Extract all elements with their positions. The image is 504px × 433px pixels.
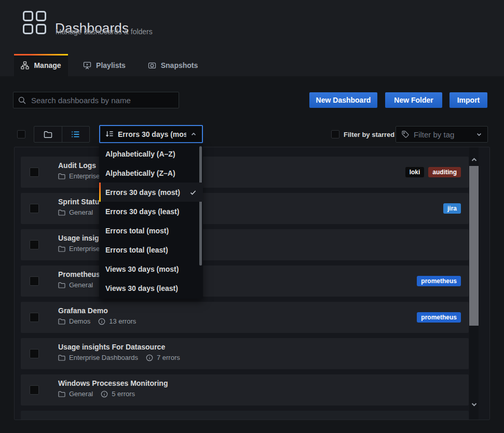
row-checkbox[interactable]	[30, 276, 39, 286]
row-checkbox[interactable]	[30, 385, 39, 395]
sort-option-label: Alphabetically (Z–A)	[105, 169, 175, 177]
search-input[interactable]	[30, 95, 174, 105]
folder-icon	[58, 318, 65, 325]
dashboard-meta: Demos 13 errors	[58, 317, 136, 325]
tag-icon	[401, 130, 410, 138]
apps-grid-square	[23, 24, 33, 34]
import-button[interactable]: Import	[449, 92, 487, 108]
info-circle-icon	[98, 318, 105, 325]
apps-grid-square	[36, 24, 46, 34]
row-checkbox[interactable]	[30, 349, 39, 358]
dashboard-row[interactable]: Grafana Demo Demos 13 errors prometheus	[21, 302, 469, 333]
page-subtitle: Manage dashboards & folders	[56, 27, 153, 36]
dashboard-row[interactable]: Usage insights For Datasource Enterprise…	[21, 338, 469, 369]
sort-option[interactable]: Errors 30 days (most)	[99, 183, 203, 202]
page-header: Dashboards Manage dashboards & folders M…	[0, 0, 504, 76]
apps-grid-square	[23, 11, 33, 21]
sort-option-label: Alphabetically (A–Z)	[105, 150, 175, 158]
error-count: 7 errors	[157, 354, 180, 361]
sort-option[interactable]: Views 30 days (least)	[99, 278, 203, 298]
sort-picker-value: Errors 30 days (most)	[118, 130, 186, 138]
new-folder-button[interactable]: New Folder	[385, 92, 442, 108]
select-all-checkbox[interactable]	[17, 130, 25, 138]
dashboard-title[interactable]: Audit Logs	[58, 161, 96, 170]
row-checkbox[interactable]	[30, 204, 39, 213]
dashboard-row[interactable]: Audit Logs Enterprise Dashboards lokiaud…	[21, 157, 469, 188]
dashboard-tag[interactable]: prometheus	[417, 276, 461, 286]
sitemap-icon	[21, 61, 29, 69]
sort-option-label: Errors 30 days (least)	[105, 207, 179, 216]
sort-amount-down-icon	[105, 131, 114, 137]
folder-icon	[58, 391, 65, 397]
sort-option-label: Views 30 days (least)	[105, 284, 178, 292]
dashboard-tag[interactable]: prometheus	[417, 312, 461, 323]
search-icon	[18, 96, 26, 104]
dashboard-tags: prometheus	[417, 266, 461, 297]
sort-menu: Alphabetically (A–Z) Alphabetically (Z–A…	[99, 143, 203, 299]
camera-icon	[148, 61, 156, 69]
tab-snapshots[interactable]: Snapshots	[141, 54, 205, 76]
view-toggle	[34, 126, 90, 143]
sort-option[interactable]: Alphabetically (A–Z)	[99, 144, 203, 163]
dashboard-tag[interactable]: loki	[405, 167, 425, 177]
tab-snapshots-label: Snapshots	[161, 61, 198, 69]
folder-name: Demos	[69, 317, 90, 325]
dashboard-tag[interactable]: jira	[443, 203, 461, 214]
sort-option[interactable]: Errors total (most)	[99, 221, 203, 240]
scrollbar-up-arrow[interactable]	[471, 157, 478, 163]
partial-row	[21, 411, 469, 420]
folder-view-button[interactable]	[34, 127, 62, 142]
folder-name: General	[69, 281, 93, 289]
dashboard-tag[interactable]: auditing	[428, 167, 461, 177]
presentation-play-icon	[83, 61, 91, 69]
tag-filter-select[interactable]: Filter by tag	[396, 126, 488, 143]
new-dashboard-button[interactable]: New Dashboard	[309, 92, 377, 108]
info-circle-icon	[101, 390, 108, 398]
folder-icon	[58, 246, 65, 252]
tab-playlists[interactable]: Playlists	[75, 54, 133, 76]
dashboard-row[interactable]: Windows Processes Monitoring General 5 e…	[21, 374, 469, 406]
sort-option-label: Errors total (most)	[105, 227, 169, 235]
list-icon	[71, 131, 80, 138]
row-checkbox[interactable]	[30, 240, 39, 249]
folder-name: General	[69, 390, 93, 398]
sort-option[interactable]: Views 30 days (most)	[99, 259, 203, 278]
scrollbar-thumb[interactable]	[469, 166, 479, 326]
dashboard-row[interactable]: Prometheus General prometheus	[21, 266, 469, 297]
apps-grid-icon	[23, 11, 46, 34]
search-box	[13, 92, 179, 108]
folder-name: General	[69, 208, 93, 216]
dashboard-tags: jira	[443, 193, 461, 224]
sort-option[interactable]: Errors 30 days (least)	[99, 202, 203, 221]
tab-manage[interactable]: Manage	[14, 54, 68, 76]
dashboard-tags: lokiauditing	[405, 157, 461, 188]
tab-manage-label: Manage	[34, 61, 61, 69]
folder-icon	[58, 282, 65, 288]
row-checkbox[interactable]	[30, 313, 39, 322]
row-checkbox[interactable]	[30, 167, 39, 177]
dashboard-title[interactable]: Windows Processes Monitoring	[58, 379, 168, 387]
dashboard-row[interactable]: Usage insights Enterprise Dashboards	[21, 229, 469, 260]
dashboard-title[interactable]: Grafana Demo	[58, 306, 108, 315]
sort-option-label: Errors total (least)	[105, 246, 168, 254]
dashboard-tags: prometheus	[417, 302, 461, 333]
sort-option[interactable]: Errors total (least)	[99, 240, 203, 259]
filter-starred-checkbox[interactable]	[331, 130, 339, 138]
error-count: 13 errors	[109, 317, 136, 325]
folder-icon	[58, 173, 65, 179]
dashboard-title[interactable]: Prometheus	[58, 270, 100, 278]
folder-name: Enterprise Dashboards	[69, 354, 138, 361]
dashboard-title[interactable]: Sprint Status	[58, 198, 103, 206]
scrollbar-down-arrow[interactable]	[471, 401, 478, 408]
check-icon	[189, 189, 197, 196]
dashboard-meta: Enterprise Dashboards 7 errors	[58, 354, 180, 361]
info-circle-icon	[146, 354, 153, 361]
sort-option[interactable]: Alphabetically (Z–A)	[99, 163, 203, 183]
dashboard-meta: General 5 errors	[58, 390, 135, 398]
chevron-up-icon	[190, 131, 197, 137]
tab-playlists-label: Playlists	[96, 61, 126, 69]
list-view-button[interactable]	[62, 127, 90, 142]
dashboard-title[interactable]: Usage insights For Datasource	[58, 343, 165, 351]
sort-picker[interactable]: Errors 30 days (most)	[99, 125, 203, 143]
dashboard-row[interactable]: Sprint Status General jira	[21, 193, 469, 224]
